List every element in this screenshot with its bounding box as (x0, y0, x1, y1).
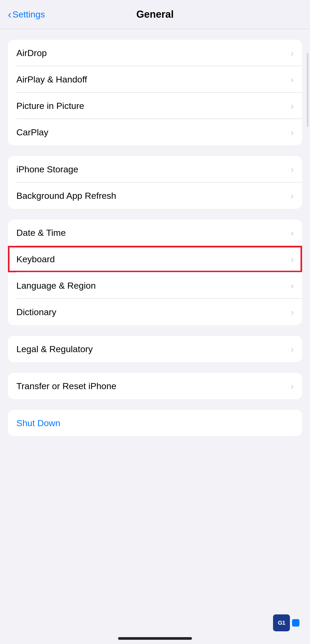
airdrop-right: › (291, 48, 294, 58)
section-storage: iPhone Storage › Background App Refresh … (8, 156, 302, 209)
dictionary-chevron-icon: › (291, 307, 294, 317)
airplay-handoff-label: AirPlay & Handoff (16, 74, 87, 85)
carplay-right: › (291, 127, 294, 137)
scrollbar[interactable] (307, 53, 308, 127)
airdrop-chevron-icon: › (291, 48, 294, 58)
airplay-handoff-right: › (291, 74, 294, 85)
dictionary-label: Dictionary (16, 307, 56, 317)
background-app-refresh-right: › (291, 191, 294, 201)
gadgets-logo: G1 (273, 614, 290, 631)
airplay-handoff-chevron-icon: › (291, 74, 294, 85)
list-item-keyboard[interactable]: Keyboard › (8, 246, 302, 272)
watermark: G1 (273, 614, 299, 631)
language-region-right: › (291, 280, 294, 291)
list-item-picture-in-picture[interactable]: Picture in Picture › (8, 93, 302, 119)
iphone-storage-label: iPhone Storage (16, 164, 78, 174)
date-time-chevron-icon: › (291, 228, 294, 238)
watermark-dot (292, 619, 299, 627)
language-region-chevron-icon: › (291, 280, 294, 291)
carplay-chevron-icon: › (291, 127, 294, 137)
airdrop-label: AirDrop (16, 48, 47, 58)
list-item-transfer-reset[interactable]: Transfer or Reset iPhone › (8, 373, 302, 399)
carplay-label: CarPlay (16, 127, 48, 137)
transfer-reset-chevron-icon: › (291, 381, 294, 391)
background-app-refresh-chevron-icon: › (291, 191, 294, 201)
legal-regulatory-chevron-icon: › (291, 344, 294, 354)
background-app-refresh-label: Background App Refresh (16, 191, 116, 201)
dictionary-right: › (291, 307, 294, 317)
navigation-bar: ‹ Settings General (0, 0, 310, 29)
list-item-airplay-handoff[interactable]: AirPlay & Handoff › (8, 66, 302, 93)
list-item-dictionary[interactable]: Dictionary › (8, 299, 302, 325)
list-item-airdrop[interactable]: AirDrop › (8, 40, 302, 66)
section-connectivity: AirDrop › AirPlay & Handoff › Picture in… (8, 40, 302, 145)
list-item-background-app-refresh[interactable]: Background App Refresh › (8, 182, 302, 209)
list-item-legal-regulatory[interactable]: Legal & Regulatory › (8, 336, 302, 362)
list-item-carplay[interactable]: CarPlay › (8, 119, 302, 145)
shutdown-button[interactable]: Shut Down (8, 410, 302, 436)
date-time-label: Date & Time (16, 228, 66, 238)
section-transfer: Transfer or Reset iPhone › (8, 373, 302, 399)
keyboard-right: › (291, 254, 294, 264)
list-item-iphone-storage[interactable]: iPhone Storage › (8, 156, 302, 182)
pip-chevron-icon: › (291, 101, 294, 111)
scroll-content: AirDrop › AirPlay & Handoff › Picture in… (0, 29, 310, 463)
page-title: General (136, 9, 174, 20)
pip-right: › (291, 101, 294, 111)
transfer-reset-label: Transfer or Reset iPhone (16, 381, 116, 391)
back-button[interactable]: ‹ Settings (8, 9, 45, 20)
date-time-right: › (291, 228, 294, 238)
keyboard-label: Keyboard (16, 254, 55, 264)
section-legal: Legal & Regulatory › (8, 336, 302, 362)
back-chevron-icon: ‹ (8, 9, 11, 20)
pip-label: Picture in Picture (16, 101, 84, 111)
list-item-language-region[interactable]: Language & Region › (8, 272, 302, 299)
keyboard-chevron-icon: › (291, 254, 294, 264)
home-indicator (118, 637, 192, 640)
back-label: Settings (12, 9, 45, 20)
iphone-storage-chevron-icon: › (291, 164, 294, 174)
language-region-label: Language & Region (16, 280, 96, 291)
section-locale: Date & Time › Keyboard › Language & Regi… (8, 219, 302, 325)
transfer-reset-right: › (291, 381, 294, 391)
legal-regulatory-right: › (291, 344, 294, 354)
legal-regulatory-label: Legal & Regulatory (16, 344, 93, 354)
iphone-storage-right: › (291, 164, 294, 174)
list-item-date-time[interactable]: Date & Time › (8, 219, 302, 246)
shutdown-label: Shut Down (16, 418, 60, 428)
